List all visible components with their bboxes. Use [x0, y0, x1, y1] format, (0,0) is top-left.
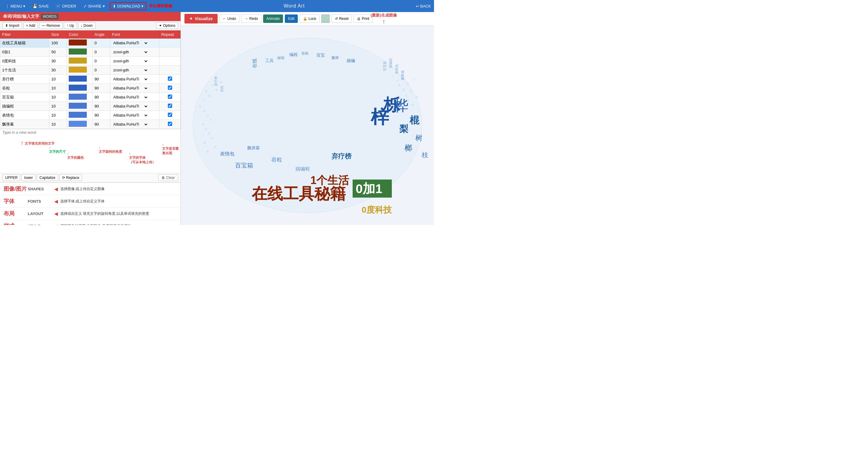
size-cell[interactable]: 50 — [50, 47, 67, 57]
font-cell[interactable]: Alibaba PuHuiTi — [110, 102, 159, 111]
font-cell[interactable]: Alibaba PuHuiTi — [110, 120, 159, 129]
repeat-cell[interactable] — [159, 120, 181, 129]
share-button[interactable]: ⤢ SHARE ▾ — [81, 3, 107, 10]
import-button[interactable]: ⬆ Import — [2, 22, 22, 29]
angle-cell[interactable]: 90 — [93, 102, 110, 111]
repeat-cell[interactable] — [159, 75, 181, 84]
repeat-cell[interactable] — [159, 84, 181, 93]
word-cell[interactable]: 在线工具秘籍 — [0, 38, 50, 47]
lower-button[interactable]: lower — [22, 174, 36, 181]
size-cell[interactable]: 10 — [50, 84, 67, 93]
word-cell[interactable]: 百宝箱 — [0, 93, 50, 102]
repeat-checkbox[interactable] — [168, 122, 172, 126]
redo-button[interactable]: → Redo — [241, 14, 261, 23]
color-cell[interactable] — [67, 111, 93, 120]
color-cell[interactable] — [67, 75, 93, 84]
font-select[interactable]: zcool-gdh — [112, 59, 148, 64]
font-cell[interactable]: Alibaba PuHuiTi — [110, 38, 159, 47]
size-cell[interactable]: 30 — [50, 57, 67, 66]
repeat-cell[interactable] — [159, 47, 181, 57]
font-select[interactable]: Alibaba PuHuiTi — [112, 113, 148, 118]
add-button[interactable]: + Add — [23, 22, 38, 29]
words-table-wrapper[interactable]: Filter Size Color Angle Font Repeat 在线工具… — [0, 30, 181, 129]
down-button[interactable]: ↓ Down — [78, 22, 96, 29]
back-button[interactable]: ↩ BACK — [416, 4, 431, 8]
up-button[interactable]: ↑ Up — [64, 22, 77, 29]
size-cell[interactable]: 10 — [50, 75, 67, 84]
angle-cell[interactable]: 0 — [93, 57, 110, 66]
repeat-cell[interactable] — [159, 57, 181, 66]
size-cell[interactable]: 10 — [50, 102, 67, 111]
color-cell[interactable] — [67, 102, 93, 111]
upper-button[interactable]: UPPER — [2, 174, 20, 181]
size-cell[interactable]: 10 — [50, 111, 67, 120]
font-select[interactable]: Alibaba PuHuiTi — [112, 86, 148, 91]
font-cell[interactable]: Alibaba PuHuiTi — [110, 84, 159, 93]
section-row-shapes[interactable]: 图像/图片 SHAPES ◀ 选择图像,或上传自定义图像 — [0, 183, 181, 195]
font-select[interactable]: Alibaba PuHuiTi — [112, 122, 148, 127]
font-cell[interactable]: zcool-gdh — [110, 57, 159, 66]
word-cell[interactable]: 1个生活 — [0, 66, 50, 75]
font-select[interactable]: Alibaba PuHuiTi — [112, 95, 148, 100]
color-cell[interactable] — [67, 93, 93, 102]
word-cell[interactable]: 弃疗榜 — [0, 75, 50, 84]
undo-button[interactable]: ← Undo — [219, 14, 240, 23]
font-select[interactable]: zcool-gdh — [112, 68, 148, 73]
word-cell[interactable]: 表情包 — [0, 111, 50, 120]
order-button[interactable]: 🛒 ORDER — [54, 3, 79, 10]
angle-cell[interactable]: 90 — [93, 120, 110, 129]
section-row-layout[interactable]: 布局 LAYOUT ◀ 选择或自定义 填充文字的旋转角度,以及单词填充的密度 — [0, 207, 181, 220]
size-cell[interactable]: 100 — [50, 38, 67, 47]
reset-button[interactable]: ↺ Reset — [332, 14, 352, 23]
word-cell[interactable]: 搞编程 — [0, 102, 50, 111]
repeat-checkbox[interactable] — [168, 86, 172, 90]
word-cell[interactable]: 0加1 — [0, 47, 50, 57]
repeat-checkbox[interactable] — [168, 95, 172, 99]
color-cell[interactable] — [67, 120, 93, 129]
angle-cell[interactable]: 0 — [93, 66, 110, 75]
font-select[interactable]: Alibaba PuHuiTi — [112, 77, 148, 82]
repeat-cell[interactable] — [159, 111, 181, 120]
repeat-cell[interactable] — [159, 66, 181, 75]
remove-button[interactable]: — Remove — [39, 22, 63, 29]
save-button[interactable]: 💾 SAVE — [30, 3, 51, 10]
color-cell[interactable] — [67, 66, 93, 75]
repeat-cell[interactable] — [159, 102, 181, 111]
color-cell[interactable] — [67, 57, 93, 66]
color-cell[interactable] — [67, 47, 93, 57]
font-select[interactable]: zcool-gdh — [112, 50, 148, 55]
angle-cell[interactable]: 90 — [93, 93, 110, 102]
repeat-checkbox[interactable] — [168, 76, 172, 81]
repeat-cell[interactable] — [159, 38, 181, 47]
size-cell[interactable]: 30 — [50, 66, 67, 75]
print-button[interactable]: 🖨 Print — [353, 14, 373, 23]
new-word-input[interactable] — [2, 130, 178, 135]
word-cell[interactable]: 飘弹幕 — [0, 120, 50, 129]
font-cell[interactable]: Alibaba PuHuiTi — [110, 93, 159, 102]
word-cell[interactable]: 谷粒 — [0, 84, 50, 93]
angle-cell[interactable]: 0 — [93, 38, 110, 47]
font-cell[interactable]: Alibaba PuHuiTi — [110, 111, 159, 120]
color-cell[interactable] — [67, 38, 93, 47]
repeat-checkbox[interactable] — [168, 112, 172, 117]
animate-button[interactable]: Animate — [263, 14, 283, 23]
visualize-button[interactable]: ✦ Visualize — [184, 14, 218, 24]
angle-cell[interactable]: 90 — [93, 84, 110, 93]
font-select[interactable]: Alibaba PuHuiTi — [112, 41, 148, 45]
font-cell[interactable]: zcool-gdh — [110, 47, 159, 57]
angle-cell[interactable]: 90 — [93, 111, 110, 120]
color-swatch-button[interactable] — [321, 14, 330, 23]
section-row-fonts[interactable]: 字体 FONTS ◀ 选择字体,或上传自定义字体 — [0, 195, 181, 207]
clear-button[interactable]: 🗑 Clear — [158, 174, 178, 181]
word-cell[interactable]: 0度科技 — [0, 57, 50, 66]
edit-button[interactable]: Edit — [285, 14, 298, 23]
font-cell[interactable]: zcool-gdh — [110, 66, 159, 75]
angle-cell[interactable]: 90 — [93, 75, 110, 84]
options-button[interactable]: ✦ Options — [156, 22, 178, 29]
font-cell[interactable]: Alibaba PuHuiTi — [110, 75, 159, 84]
replace-button[interactable]: ⟳ Replace — [59, 174, 82, 181]
section-row-style[interactable]: 样式 STYLE ◀ 调整图像的背景,文字颜色,及透明度相关属性 — [0, 220, 181, 225]
font-select[interactable]: Alibaba PuHuiTi — [112, 104, 148, 109]
size-cell[interactable]: 10 — [50, 120, 67, 129]
repeat-cell[interactable] — [159, 93, 181, 102]
